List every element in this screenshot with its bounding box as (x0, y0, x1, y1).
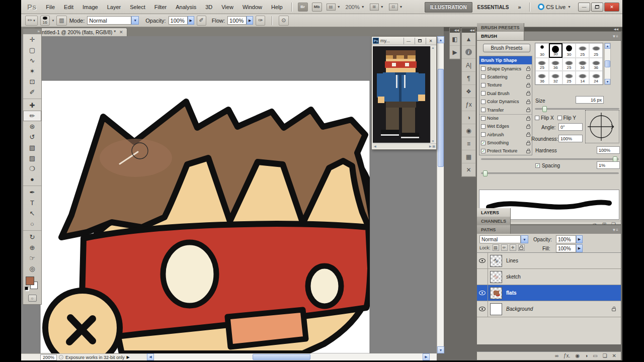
reference-vertical-scrollbar[interactable]: ▲▼ (430, 46, 435, 143)
brush-tip-cell[interactable]: 36 (576, 58, 589, 71)
brush-option-item[interactable]: Color Dynamics (479, 98, 532, 106)
flow-input[interactable]: 100% (227, 16, 247, 25)
brush-tip-cell[interactable]: 32 (549, 71, 562, 84)
layer-row[interactable]: flats (477, 285, 621, 301)
layer-name[interactable]: Lines (506, 258, 616, 263)
history-brush-tool[interactable]: ↺ (23, 132, 41, 142)
scroll-down-icon[interactable]: ▼ (437, 346, 444, 353)
flip-y-checkbox[interactable] (557, 116, 562, 120)
layer-visibility-toggle[interactable] (477, 253, 488, 269)
brush-presets-button[interactable]: Brush Presets (483, 44, 530, 52)
cs-live-button[interactable]: CS Live▼ (538, 4, 571, 10)
dodge-tool[interactable]: ● (23, 174, 41, 185)
brush-preset-picker[interactable]: 16 (40, 16, 50, 26)
masks-panel-icon[interactable]: ◉ (462, 124, 475, 137)
scroll-up-icon[interactable]: ▲ (437, 36, 444, 43)
zoom-level-button[interactable]: 200%▼ (346, 4, 365, 10)
option-checkbox[interactable] (481, 116, 486, 121)
layer-row[interactable]: Background (477, 301, 621, 317)
flip-x-checkbox[interactable] (535, 116, 539, 120)
menu-item[interactable]: 3D (201, 3, 217, 12)
tablet-size-button[interactable]: ⊙ (279, 16, 288, 26)
dock-collapse-icon[interactable]: ◀◀ (450, 28, 460, 33)
layer-thumbnail[interactable] (490, 287, 502, 299)
airbrush-toggle-button[interactable]: ✑ (256, 16, 265, 26)
option-checkbox[interactable] (481, 124, 486, 129)
scroll-left-icon[interactable]: ◀ (147, 353, 154, 360)
notes-panel-icon[interactable]: ≡ (462, 137, 475, 150)
histogram-panel-icon[interactable]: ▲ (462, 33, 475, 46)
reference-image-window[interactable]: Ps my... — ✕ (371, 36, 437, 150)
horizontal-scroll-thumb[interactable] (253, 354, 310, 360)
reference-minimize-button[interactable]: — (404, 38, 413, 44)
3d-rotate-tool[interactable]: ↻ (23, 230, 41, 242)
reference-close-button[interactable]: ✕ (426, 38, 435, 44)
move-tool[interactable]: ✛ (23, 34, 41, 45)
hardness-slider[interactable] (481, 158, 619, 160)
menu-item[interactable]: Filter (150, 3, 171, 12)
workspace-button[interactable]: ILLUSTRATION (425, 2, 472, 13)
scroll-down-icon[interactable]: ▼ (605, 79, 610, 84)
layer-thumbnail[interactable] (490, 255, 502, 267)
brush-tip-cell[interactable]: 30 (562, 43, 576, 58)
blend-mode-arrow[interactable]: ▼ (521, 235, 528, 243)
document-close-icon[interactable]: ✕ (119, 30, 123, 35)
close-button[interactable]: ✕ (604, 3, 619, 12)
size-slider[interactable] (535, 108, 619, 110)
lock-position-icon[interactable]: ✛ (510, 244, 516, 251)
brush-tip-cell[interactable]: 25 (562, 71, 576, 84)
brush-option-item[interactable]: Brush Tip Shape (479, 56, 532, 64)
brush-tip-cell[interactable]: 24 (589, 71, 603, 84)
status-zoom-field[interactable]: 200% (40, 354, 57, 360)
brush-grid-scrollbar[interactable]: ▲ ▼ (604, 43, 611, 85)
spacing-field[interactable]: 1% (597, 161, 620, 169)
add-layer-mask-icon[interactable]: ◉ (575, 353, 580, 358)
new-layer-icon[interactable]: ❏ (603, 353, 607, 358)
option-checkbox[interactable] (481, 74, 486, 79)
quick-mask-button[interactable]: ○ (28, 295, 37, 302)
bridge-icon[interactable]: Br (298, 3, 308, 12)
hand-tool[interactable]: ☞ (23, 253, 41, 263)
reference-maximize-button[interactable] (415, 38, 424, 44)
layer-visibility-toggle[interactable] (477, 285, 488, 301)
panel-tab[interactable]: LAYERS (477, 208, 511, 217)
fill-arrow[interactable]: ▶ (576, 244, 583, 252)
workspace-button[interactable]: ESSENTIALS (472, 3, 514, 12)
layer-name[interactable]: flats (506, 290, 616, 296)
lock-all-icon[interactable] (518, 244, 525, 251)
reference-horizontal-scrollbar[interactable]: ◀▶ ▦ (373, 143, 436, 148)
menu-item[interactable]: Edit (59, 3, 78, 12)
mode-dropdown-arrow[interactable]: ▼ (131, 16, 139, 25)
option-checkbox[interactable] (481, 91, 486, 96)
review-mode-icon[interactable]: ▶ (450, 46, 460, 59)
option-checkbox[interactable] (481, 108, 486, 112)
scroll-up-icon[interactable]: ▲ (605, 43, 610, 49)
marquee-tool[interactable]: ▢ (23, 45, 41, 55)
document-tab[interactable]: Untitled-1 @ 200% (flats, RGB/8) * ✕ (34, 28, 127, 36)
gradient-tool[interactable]: ▨ (23, 153, 41, 163)
layer-row[interactable]: Lines (477, 253, 621, 269)
brush-option-item[interactable]: Texture (479, 81, 532, 89)
mode-select[interactable]: Normal (87, 16, 131, 25)
eyedropper-tool[interactable]: ✐ (23, 87, 41, 98)
brush-tip-cell[interactable]: 25 (589, 43, 603, 58)
pen-tool[interactable]: ✒ (23, 186, 41, 198)
eraser-tool[interactable]: ▧ (23, 142, 41, 153)
link-layers-icon[interactable]: ∞ (555, 353, 558, 358)
toggle-brush-panel-button[interactable]: ▥ (56, 16, 66, 26)
layer-opacity-arrow[interactable]: ▶ (576, 235, 583, 243)
reference-window-titlebar[interactable]: Ps my... — ✕ (372, 37, 436, 45)
zoom-tool[interactable]: ◎ (23, 263, 41, 274)
layer-opacity-field[interactable]: 100% (556, 235, 576, 243)
brush-tip-cell[interactable]: 25 (562, 58, 576, 71)
clone-stamp-tool[interactable]: ⊛ (23, 121, 41, 132)
minimize-button[interactable]: — (578, 3, 590, 12)
layer-name[interactable]: Background (506, 306, 612, 312)
menu-item[interactable]: Window (238, 3, 267, 12)
foreground-color-swatch[interactable] (26, 277, 34, 285)
menu-item[interactable]: Analysis (171, 3, 201, 12)
option-checkbox[interactable] (481, 149, 486, 153)
lock-transparency-icon[interactable]: ▨ (493, 244, 499, 251)
default-colors-icon[interactable] (25, 287, 28, 290)
menu-item[interactable]: Image (78, 3, 103, 12)
